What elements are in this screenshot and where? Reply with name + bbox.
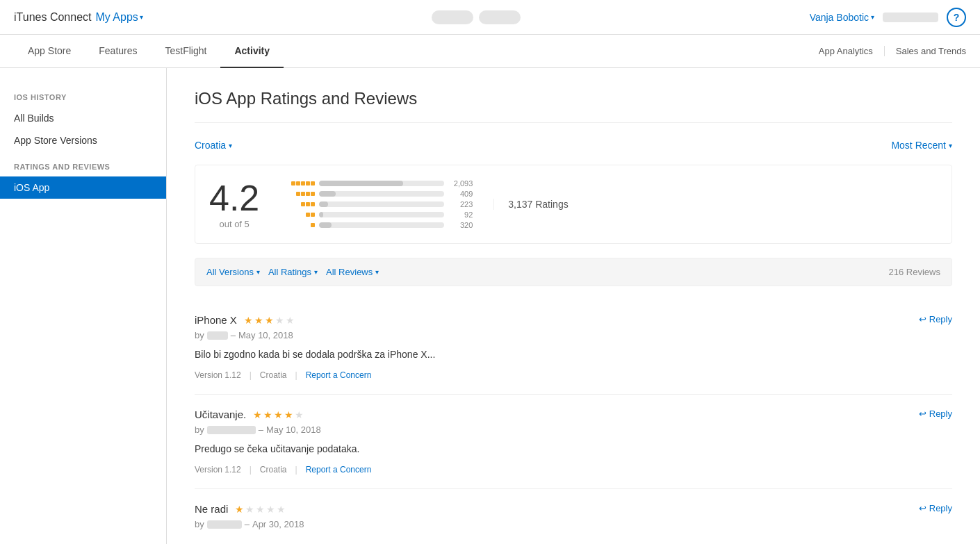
help-button[interactable]: ? <box>947 8 966 27</box>
star-4: ★ <box>275 315 284 326</box>
rating-out-of: out of 5 <box>209 219 259 229</box>
review-3-date: Apr 30, 2018 <box>252 519 304 529</box>
review-3-stars: ★ ★ ★ ★ ★ <box>235 504 286 515</box>
versions-filter[interactable]: All Versions ▾ <box>206 267 260 277</box>
review-2-title: Učitavanje. <box>195 409 246 420</box>
ratings-label: All Ratings <box>268 267 311 277</box>
tab-activity[interactable]: Activity <box>220 35 284 68</box>
bar-count-5: 2,093 <box>448 179 473 188</box>
nav-tabs: App Store Features TestFlight Activity <box>14 35 819 67</box>
review-2-dash: – <box>259 425 263 435</box>
reply-button-2[interactable]: ↩ Reply <box>919 409 952 419</box>
report-concern-2[interactable]: Report a Concern <box>306 465 372 475</box>
reply-arrow-2: ↩ <box>919 409 926 419</box>
rating-number: 4.2 <box>209 180 259 216</box>
review-2-title-row: Učitavanje. ★ ★ ★ ★ ★ <box>195 409 304 420</box>
sort-chevron: ▾ <box>949 142 952 149</box>
report-concern-1[interactable]: Report a Concern <box>306 370 372 380</box>
star-5: ★ <box>286 315 295 326</box>
reply-label-3: Reply <box>929 503 952 513</box>
reply-button-3[interactable]: ↩ Reply <box>919 503 952 513</box>
review-1-meta: by – May 10, 2018 <box>195 330 952 340</box>
review-card-1: iPhone X ★ ★ ★ ★ ★ ↩ Reply by – <box>195 300 952 395</box>
review-3-title-row: Ne radi ★ ★ ★ ★ ★ <box>195 503 286 515</box>
review-2-stars: ★ ★ ★ ★ ★ <box>253 409 304 420</box>
page-title: iOS App Ratings and Reviews <box>195 89 952 123</box>
bar-count-1: 320 <box>448 221 473 229</box>
filter-row: All Versions ▾ All Ratings ▾ All Reviews… <box>195 258 952 286</box>
review-3-author-blurred <box>207 520 242 529</box>
star-dots-3 <box>280 202 315 206</box>
versions-chevron: ▾ <box>256 268 260 276</box>
reviews-chevron: ▾ <box>375 268 379 276</box>
bar-track-2 <box>319 212 444 217</box>
reviews-filter[interactable]: All Reviews ▾ <box>326 267 379 277</box>
user-chevron: ▾ <box>871 13 874 21</box>
reply-label-2: Reply <box>929 409 952 419</box>
top-bar: iTunes Connect My Apps ▾ Vanja Bobotic ▾… <box>0 0 980 35</box>
review-1-sep1: | <box>250 370 252 380</box>
bar-row-5: 2,093 <box>280 179 473 188</box>
bar-row-4: 409 <box>280 190 473 198</box>
review-2-date: May 10, 2018 <box>266 425 321 435</box>
review-3-meta: by – Apr 30, 2018 <box>195 519 952 529</box>
reply-button-1[interactable]: ↩ Reply <box>919 314 952 324</box>
sidebar-item-app-store-versions[interactable]: App Store Versions <box>0 129 166 151</box>
review-1-version: Version 1.12 <box>195 370 241 380</box>
my-apps-link[interactable]: My Apps ▾ <box>95 11 142 24</box>
region-selector[interactable]: Croatia ▾ <box>195 140 232 151</box>
ratings-chevron: ▾ <box>314 268 318 276</box>
review-1-header: iPhone X ★ ★ ★ ★ ★ ↩ Reply <box>195 314 952 326</box>
review-1-region: Croatia <box>260 370 287 380</box>
star-dots-4 <box>280 192 315 196</box>
review-2-by: by <box>195 425 204 435</box>
top-bar-center <box>143 10 810 24</box>
review-1-title: iPhone X <box>195 314 237 326</box>
review-3-title: Ne radi <box>195 503 228 515</box>
review-3-dash: – <box>245 519 250 529</box>
tab-testflight[interactable]: TestFlight <box>152 35 221 68</box>
bar-row-2: 92 <box>280 211 473 219</box>
bar-row-1: 320 <box>280 221 473 229</box>
review-1-body: Bilo bi zgodno kada bi se dodala podrška… <box>195 347 952 362</box>
sidebar-item-ios-app[interactable]: iOS App <box>0 176 166 199</box>
review-2-author-blurred <box>207 426 256 434</box>
sales-trends-link[interactable]: Sales and Trends <box>896 46 966 56</box>
reply-arrow-3: ↩ <box>919 503 926 513</box>
review-2-footer: Version 1.12 | Croatia | Report a Concer… <box>195 465 952 475</box>
ratings-filter[interactable]: All Ratings ▾ <box>268 267 318 277</box>
my-apps-text: My Apps <box>95 11 138 24</box>
star-dots-1 <box>280 223 315 227</box>
review-1-author-blurred <box>207 331 228 340</box>
bar-track-5 <box>319 181 444 186</box>
star2-1: ★ <box>253 409 262 420</box>
review-3-header: Ne radi ★ ★ ★ ★ ★ ↩ Reply <box>195 503 952 515</box>
review-1-sep2: | <box>295 370 297 380</box>
sidebar-section-ios-history: IOS HISTORY <box>0 82 166 107</box>
region-sort-row: Croatia ▾ Most Recent ▾ <box>195 140 952 151</box>
star3-1: ★ <box>235 504 244 515</box>
bar-row-3: 223 <box>280 200 473 208</box>
review-card-2: Učitavanje. ★ ★ ★ ★ ★ ↩ Reply by <box>195 395 952 489</box>
secondary-nav-right: App Analytics Sales and Trends <box>819 46 966 56</box>
star-3: ★ <box>265 315 274 326</box>
top-bar-right: Vanja Bobotic ▾ ? <box>810 8 966 27</box>
review-count: 216 Reviews <box>889 267 940 277</box>
blurred-app-icon <box>432 10 473 24</box>
main-content: iOS App Ratings and Reviews Croatia ▾ Mo… <box>167 68 980 544</box>
review-2-sep2: | <box>295 465 297 475</box>
user-menu[interactable]: Vanja Bobotic ▾ <box>810 12 874 23</box>
review-2-region: Croatia <box>260 465 287 475</box>
star-2: ★ <box>254 315 263 326</box>
reviews-label: All Reviews <box>326 267 373 277</box>
star3-2: ★ <box>245 504 254 515</box>
user-name: Vanja Bobotic <box>810 12 869 23</box>
review-1-title-row: iPhone X ★ ★ ★ ★ ★ <box>195 314 295 326</box>
tab-features[interactable]: Features <box>85 35 151 68</box>
sort-selector[interactable]: Most Recent ▾ <box>891 140 952 151</box>
tab-app-store[interactable]: App Store <box>14 35 85 68</box>
sidebar-item-all-builds[interactable]: All Builds <box>0 107 166 129</box>
app-analytics-link[interactable]: App Analytics <box>819 46 885 56</box>
review-1-stars: ★ ★ ★ ★ ★ <box>244 315 295 326</box>
review-3-by: by <box>195 519 204 529</box>
